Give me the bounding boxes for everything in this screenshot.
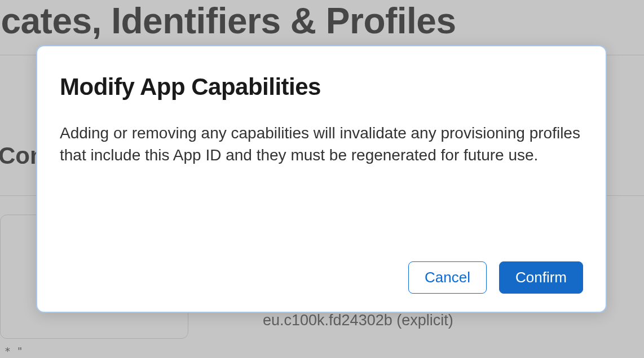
modify-capabilities-dialog: Modify App Capabilities Adding or removi… xyxy=(36,45,607,313)
dialog-footer: Cancel Confirm xyxy=(60,261,583,294)
cancel-button[interactable]: Cancel xyxy=(408,261,487,294)
dialog-title: Modify App Capabilities xyxy=(60,73,583,101)
dialog-body-text: Adding or removing any capabilities will… xyxy=(60,122,583,261)
confirm-button[interactable]: Confirm xyxy=(499,261,583,294)
